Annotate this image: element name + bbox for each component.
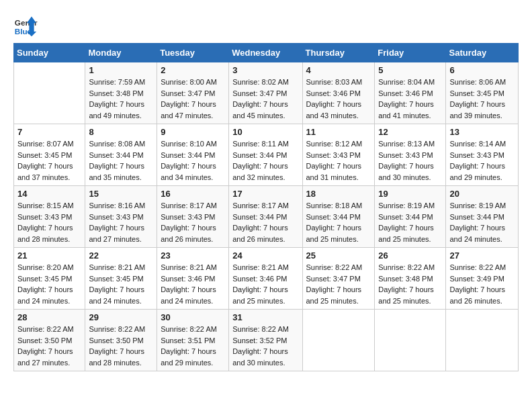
daylight-text: Daylight: 7 hours and 32 minutes. xyxy=(232,161,298,183)
calendar-cell: 26Sunrise: 8:22 AMSunset: 3:48 PMDayligh… xyxy=(375,248,446,310)
sunrise-text: Sunrise: 8:22 AM xyxy=(449,262,515,273)
sunset-text: Sunset: 3:48 PM xyxy=(89,88,153,99)
sunset-text: Sunset: 3:50 PM xyxy=(17,335,81,347)
sunrise-text: Sunrise: 8:19 AM xyxy=(449,200,515,212)
sunrise-text: Sunrise: 8:18 AM xyxy=(306,200,371,212)
daylight-text: Daylight: 7 hours and 41 minutes. xyxy=(378,99,442,121)
sunset-text: Sunset: 3:49 PM xyxy=(449,273,515,285)
daylight-text: Daylight: 7 hours and 37 minutes. xyxy=(17,161,81,183)
day-info: Sunrise: 8:20 AMSunset: 3:45 PMDaylight:… xyxy=(17,262,81,306)
sunrise-text: Sunrise: 8:03 AM xyxy=(306,77,371,88)
calendar-cell: 9Sunrise: 8:10 AMSunset: 3:44 PMDaylight… xyxy=(157,124,229,186)
day-info: Sunrise: 8:18 AMSunset: 3:44 PMDaylight:… xyxy=(306,200,371,244)
daylight-text: Daylight: 7 hours and 31 minutes. xyxy=(306,161,371,183)
day-number: 10 xyxy=(232,127,298,137)
sunset-text: Sunset: 3:43 PM xyxy=(306,150,371,161)
daylight-text: Daylight: 7 hours and 24 minutes. xyxy=(449,222,515,244)
sunset-text: Sunset: 3:45 PM xyxy=(449,88,515,99)
sunrise-text: Sunrise: 8:17 AM xyxy=(232,200,298,212)
day-number: 4 xyxy=(306,65,371,75)
calendar-cell: 1Sunrise: 7:59 AMSunset: 3:48 PMDaylight… xyxy=(85,62,157,124)
day-info: Sunrise: 8:06 AMSunset: 3:45 PMDaylight:… xyxy=(449,77,515,121)
sunset-text: Sunset: 3:46 PM xyxy=(378,88,442,99)
calendar-cell: 21Sunrise: 8:20 AMSunset: 3:45 PMDayligh… xyxy=(14,248,85,310)
daylight-text: Daylight: 7 hours and 26 minutes. xyxy=(232,222,298,244)
daylight-text: Daylight: 7 hours and 25 minutes. xyxy=(378,284,442,306)
day-info: Sunrise: 8:03 AMSunset: 3:46 PMDaylight:… xyxy=(306,77,371,121)
calendar-week-row: 7Sunrise: 8:07 AMSunset: 3:45 PMDaylight… xyxy=(14,124,519,186)
calendar-cell: 12Sunrise: 8:13 AMSunset: 3:43 PMDayligh… xyxy=(375,124,446,186)
day-info: Sunrise: 8:22 AMSunset: 3:47 PMDaylight:… xyxy=(306,262,371,306)
sunrise-text: Sunrise: 8:22 AM xyxy=(306,262,371,273)
day-number: 26 xyxy=(378,250,442,261)
calendar-week-row: 14Sunrise: 8:15 AMSunset: 3:43 PMDayligh… xyxy=(14,186,519,248)
daylight-text: Daylight: 7 hours and 25 minutes. xyxy=(378,222,442,244)
calendar-cell: 17Sunrise: 8:17 AMSunset: 3:44 PMDayligh… xyxy=(229,186,302,248)
day-info: Sunrise: 8:08 AMSunset: 3:44 PMDaylight:… xyxy=(89,138,153,183)
daylight-text: Daylight: 7 hours and 39 minutes. xyxy=(449,99,515,121)
day-info: Sunrise: 8:22 AMSunset: 3:50 PMDaylight:… xyxy=(89,324,153,368)
calendar-cell: 30Sunrise: 8:22 AMSunset: 3:51 PMDayligh… xyxy=(157,310,229,371)
sunrise-text: Sunrise: 8:04 AM xyxy=(378,77,442,88)
sunrise-text: Sunrise: 8:22 AM xyxy=(17,324,81,335)
daylight-text: Daylight: 7 hours and 24 minutes. xyxy=(89,284,153,306)
day-info: Sunrise: 8:10 AMSunset: 3:44 PMDaylight:… xyxy=(161,138,225,183)
sunrise-text: Sunrise: 8:22 AM xyxy=(232,324,298,335)
daylight-text: Daylight: 7 hours and 25 minutes. xyxy=(232,284,298,306)
sunrise-text: Sunrise: 8:11 AM xyxy=(232,138,298,150)
sunset-text: Sunset: 3:46 PM xyxy=(161,273,225,285)
sunset-text: Sunset: 3:43 PM xyxy=(89,212,153,223)
day-number: 5 xyxy=(378,65,442,75)
sunrise-text: Sunrise: 8:13 AM xyxy=(378,138,442,150)
calendar-week-row: 21Sunrise: 8:20 AMSunset: 3:45 PMDayligh… xyxy=(14,248,519,310)
page-header: General Blue xyxy=(13,13,519,38)
day-number: 30 xyxy=(161,312,225,322)
sunset-text: Sunset: 3:52 PM xyxy=(232,335,298,347)
sunrise-text: Sunrise: 8:07 AM xyxy=(17,138,81,150)
day-number: 6 xyxy=(449,65,515,75)
day-info: Sunrise: 8:17 AMSunset: 3:43 PMDaylight:… xyxy=(161,200,225,244)
day-info: Sunrise: 8:21 AMSunset: 3:45 PMDaylight:… xyxy=(89,262,153,306)
day-info: Sunrise: 8:04 AMSunset: 3:46 PMDaylight:… xyxy=(378,77,442,121)
sunrise-text: Sunrise: 8:08 AM xyxy=(89,138,153,150)
daylight-text: Daylight: 7 hours and 28 minutes. xyxy=(89,346,153,368)
calendar-cell: 18Sunrise: 8:18 AMSunset: 3:44 PMDayligh… xyxy=(302,186,375,248)
calendar-cell: 8Sunrise: 8:08 AMSunset: 3:44 PMDaylight… xyxy=(85,124,157,186)
column-header-wednesday: Wednesday xyxy=(229,44,302,62)
column-header-tuesday: Tuesday xyxy=(157,44,229,62)
day-info: Sunrise: 8:22 AMSunset: 3:50 PMDaylight:… xyxy=(17,324,81,368)
sunrise-text: Sunrise: 7:59 AM xyxy=(89,77,153,88)
sunset-text: Sunset: 3:46 PM xyxy=(306,88,371,99)
calendar-cell: 14Sunrise: 8:15 AMSunset: 3:43 PMDayligh… xyxy=(14,186,85,248)
sunrise-text: Sunrise: 8:15 AM xyxy=(17,200,81,212)
daylight-text: Daylight: 7 hours and 47 minutes. xyxy=(161,99,225,121)
day-number: 13 xyxy=(449,127,515,137)
sunset-text: Sunset: 3:44 PM xyxy=(161,150,225,161)
day-number: 1 xyxy=(89,65,153,75)
day-info: Sunrise: 8:00 AMSunset: 3:47 PMDaylight:… xyxy=(161,77,225,121)
calendar-week-row: 1Sunrise: 7:59 AMSunset: 3:48 PMDaylight… xyxy=(14,62,519,124)
day-info: Sunrise: 8:22 AMSunset: 3:48 PMDaylight:… xyxy=(378,262,442,306)
day-number: 11 xyxy=(306,127,371,137)
calendar-cell: 25Sunrise: 8:22 AMSunset: 3:47 PMDayligh… xyxy=(302,248,375,310)
day-number: 2 xyxy=(161,65,225,75)
sunset-text: Sunset: 3:43 PM xyxy=(378,150,442,161)
calendar-cell xyxy=(302,310,375,371)
daylight-text: Daylight: 7 hours and 28 minutes. xyxy=(17,222,81,244)
day-number: 18 xyxy=(306,189,371,199)
sunrise-text: Sunrise: 8:22 AM xyxy=(378,262,442,273)
sunset-text: Sunset: 3:43 PM xyxy=(161,212,225,223)
daylight-text: Daylight: 7 hours and 29 minutes. xyxy=(161,346,225,368)
daylight-text: Daylight: 7 hours and 25 minutes. xyxy=(306,284,371,306)
daylight-text: Daylight: 7 hours and 27 minutes. xyxy=(89,222,153,244)
calendar-cell: 4Sunrise: 8:03 AMSunset: 3:46 PMDaylight… xyxy=(302,62,375,124)
sunset-text: Sunset: 3:46 PM xyxy=(232,273,298,285)
day-number: 17 xyxy=(232,189,298,199)
sunrise-text: Sunrise: 8:06 AM xyxy=(449,77,515,88)
day-info: Sunrise: 7:59 AMSunset: 3:48 PMDaylight:… xyxy=(89,77,153,121)
daylight-text: Daylight: 7 hours and 45 minutes. xyxy=(232,99,298,121)
day-number: 23 xyxy=(161,250,225,261)
day-info: Sunrise: 8:21 AMSunset: 3:46 PMDaylight:… xyxy=(232,262,298,306)
column-header-sunday: Sunday xyxy=(14,44,85,62)
day-number: 24 xyxy=(232,250,298,261)
